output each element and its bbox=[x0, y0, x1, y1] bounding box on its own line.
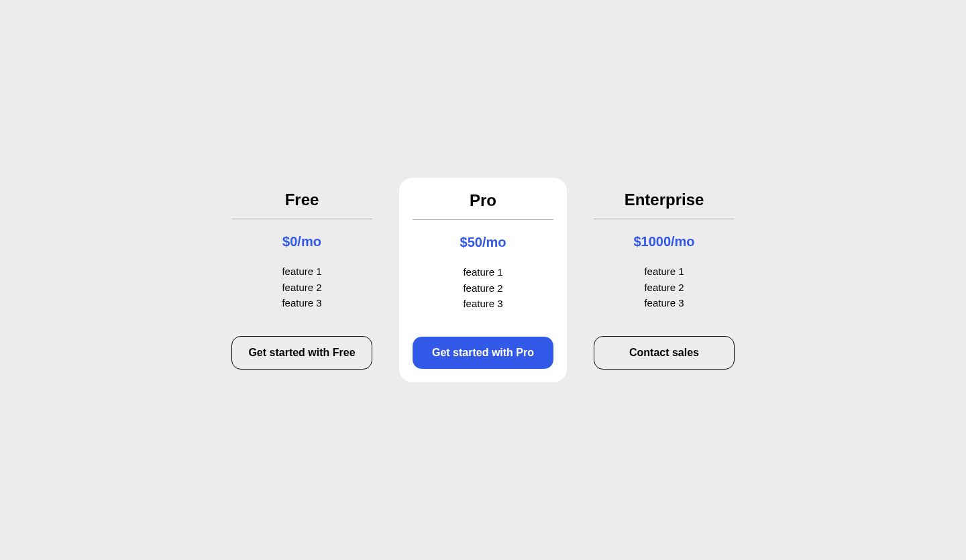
feature-item: feature 2 bbox=[644, 280, 684, 296]
tier-name: Free bbox=[285, 190, 319, 209]
pricing-card-enterprise: Enterprise $1000/mo feature 1 feature 2 … bbox=[580, 177, 748, 384]
pricing-card-pro: Pro $50/mo feature 1 feature 2 feature 3… bbox=[399, 178, 567, 383]
tier-price: $50/mo bbox=[460, 235, 506, 250]
feature-item: feature 3 bbox=[282, 296, 321, 311]
tier-name: Enterprise bbox=[625, 190, 704, 209]
feature-item: feature 3 bbox=[644, 296, 684, 311]
pricing-container: Free $0/mo feature 1 feature 2 feature 3… bbox=[218, 177, 748, 384]
feature-item: feature 2 bbox=[463, 281, 502, 296]
tier-name: Pro bbox=[470, 191, 496, 210]
features-list: feature 1 feature 2 feature 3 bbox=[463, 265, 502, 312]
pricing-card-free: Free $0/mo feature 1 feature 2 feature 3… bbox=[218, 177, 386, 384]
feature-item: feature 2 bbox=[282, 280, 321, 296]
feature-item: feature 3 bbox=[463, 296, 502, 312]
contact-sales-button[interactable]: Contact sales bbox=[594, 336, 735, 370]
get-started-pro-button[interactable]: Get started with Pro bbox=[413, 337, 553, 369]
feature-item: feature 1 bbox=[644, 264, 684, 280]
tier-price: $0/mo bbox=[282, 234, 321, 249]
features-list: feature 1 feature 2 feature 3 bbox=[644, 264, 684, 311]
divider bbox=[594, 219, 735, 219]
tier-price: $1000/mo bbox=[633, 234, 694, 249]
feature-item: feature 1 bbox=[463, 265, 502, 280]
get-started-free-button[interactable]: Get started with Free bbox=[231, 336, 372, 370]
divider bbox=[231, 219, 372, 219]
divider bbox=[413, 219, 553, 220]
features-list: feature 1 feature 2 feature 3 bbox=[282, 264, 321, 311]
feature-item: feature 1 bbox=[282, 264, 321, 280]
